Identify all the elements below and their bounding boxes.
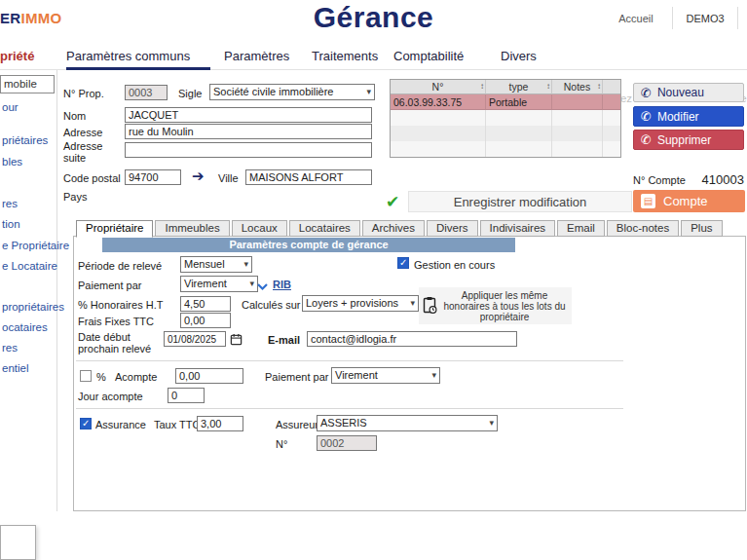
sidebar-search-box[interactable]: mobile (0, 75, 55, 93)
honoraires-field[interactable]: 4,50 (180, 296, 231, 312)
num-prop-field: 0003 (125, 85, 168, 100)
phone-row-empty (391, 110, 620, 126)
column-header-spacer (603, 80, 620, 94)
tab-parametres-communs[interactable]: Paramètres communs (66, 49, 190, 63)
paiement-select[interactable]: Virement (180, 276, 258, 292)
tab-traitements[interactable]: Traitements (312, 49, 378, 63)
periode-select[interactable]: Mensuel (180, 256, 252, 273)
tab-archives[interactable]: Archives (362, 220, 425, 237)
adresse-suite-field[interactable] (125, 142, 372, 158)
sidebar-item-compte-locataire[interactable]: e Locataire (2, 260, 57, 272)
chevron-down-icon[interactable] (256, 278, 269, 295)
tab-proprietaire[interactable]: Propriétaire (76, 220, 153, 238)
police-num-field: 0002 (317, 435, 377, 451)
taux-label: Taux TTC (154, 419, 200, 430)
tab-propriete[interactable]: priété (0, 49, 34, 63)
gestion-checkbox[interactable] (397, 257, 409, 269)
phone-number-cell: 06.03.99.33.75 (391, 94, 486, 109)
sidebar-item-locataires[interactable]: res (2, 198, 18, 209)
phone-type-cell: Portable (486, 94, 552, 109)
phone-row-selected[interactable]: 06.03.99.33.75 Portable (391, 94, 620, 110)
tab-immeubles[interactable]: Immeubles (155, 220, 229, 237)
tab-comptabilite[interactable]: Comptabilité (393, 49, 464, 63)
phone-icon: ✆ (641, 87, 652, 99)
detail-tabs: Propriétaire Immeubles Locaux Locataires… (76, 220, 723, 238)
sidebar-item-gestion[interactable]: tion (2, 218, 20, 230)
sidebar-item-locataires-2[interactable]: ocataires (2, 321, 48, 333)
rib-link[interactable]: RIB (273, 279, 291, 290)
compte-label: Compte (663, 194, 708, 208)
saved-check-icon: ✔ (386, 192, 399, 212)
sort-icon: ↕ (480, 82, 484, 91)
account-card-icon: ▤ (641, 194, 655, 208)
sigle-select[interactable]: Société civile immobilière (209, 84, 375, 100)
main-menu-bar: priété Paramètres communs Paramètres Tra… (0, 41, 747, 70)
header-divider (672, 7, 673, 29)
new-phone-button[interactable]: ✆ Nouveau (633, 83, 744, 102)
arrow-right-icon: ➔ (192, 168, 205, 183)
code-postal-label: Code postal (63, 172, 121, 184)
frais-label: Frais Fixes TTC (78, 316, 154, 327)
jour-acompte-field[interactable]: 0 (168, 388, 205, 403)
jour-acompte-label: Jour acompte (78, 391, 143, 402)
assureur-select[interactable]: ASSERIS (317, 415, 498, 431)
sidebar-item-retour[interactable]: our (2, 101, 19, 113)
section-header: Paramètres compte de gérance (102, 238, 515, 252)
user-menu[interactable]: DEMO3 (674, 13, 736, 24)
cutoff-panel (0, 525, 36, 560)
delete-phone-label: Supprimer (657, 133, 711, 147)
assurance-checkbox[interactable] (80, 418, 92, 429)
nom-field[interactable]: JACQUET (125, 107, 372, 123)
edit-phone-button[interactable]: ✆ Modifier (633, 106, 744, 127)
new-phone-label: Nouveau (657, 86, 704, 99)
frais-field[interactable]: 0,00 (180, 313, 231, 328)
column-header-label: N° (432, 81, 444, 93)
home-link[interactable]: Accueil (602, 13, 670, 24)
edit-phone-label: Modifier (657, 110, 699, 124)
sidebar-item-referentiel[interactable]: entiel (2, 362, 29, 374)
sidebar-item-compte-proprietaire[interactable]: e Propriétaire (2, 240, 69, 251)
clipboard-icon (423, 296, 437, 317)
tab-bloc-notes[interactable]: Bloc-notes (607, 220, 679, 237)
paiement2-select[interactable]: Virement (331, 367, 440, 384)
gestion-label: Gestion en cours (414, 259, 495, 271)
delete-phone-button[interactable]: ✆ Supprimer (633, 130, 744, 150)
tab-divers-detail[interactable]: Divers (427, 220, 478, 237)
taux-field[interactable]: 3,00 (197, 416, 243, 431)
header-divider (737, 7, 738, 29)
code-postal-field[interactable]: 94700 (125, 169, 181, 185)
compte-button[interactable]: ▤ Compte (633, 190, 745, 212)
calcules-select[interactable]: Loyers + provisions (302, 295, 419, 312)
tab-indivisaires[interactable]: Indivisaires (480, 220, 556, 237)
sidebar-item-proprietaires[interactable]: priétaires (2, 134, 48, 146)
sidebar-item-immeubles[interactable]: bles (2, 156, 22, 168)
adresse-field[interactable]: rue du Moulin (125, 124, 372, 139)
acompte-field[interactable]: 0,00 (175, 368, 243, 384)
calcules-label: Calculés sur (242, 299, 301, 311)
assureur-label: Assureur (276, 419, 318, 430)
column-header-type[interactable]: type↕ (486, 80, 552, 94)
column-header-numero[interactable]: N°↕ (391, 80, 486, 94)
acompte-pct-checkbox[interactable] (80, 370, 92, 382)
ville-field[interactable]: MAISONS ALFORT (245, 169, 372, 185)
sidebar-item-coproprietaires[interactable]: propriétaires (2, 301, 64, 313)
tab-parametres[interactable]: Paramètres (224, 49, 289, 63)
email-label: E-mail (268, 334, 300, 346)
sigle-label: Sigle (178, 88, 202, 99)
tab-divers[interactable]: Divers (501, 49, 537, 63)
column-header-label: type (509, 81, 529, 93)
sidebar-item-autres[interactable]: res (2, 342, 18, 354)
phone-icon: ✆ (641, 133, 652, 146)
tab-locaux[interactable]: Locaux (232, 220, 287, 237)
phone-table: N°↕ type↕ Notes↕ 06.03.99.33.75 Portable (390, 79, 621, 158)
tab-email[interactable]: Email (557, 220, 605, 237)
tab-plus[interactable]: Plus (681, 220, 722, 237)
column-header-notes[interactable]: Notes↕ (552, 80, 603, 94)
divider (76, 408, 623, 409)
date-debut-field[interactable]: 01/08/2025 (164, 331, 226, 347)
calendar-icon[interactable] (230, 332, 243, 350)
email-field[interactable]: contact@idlogia.fr (307, 331, 517, 347)
apply-honoraires-button[interactable]: Appliquer les même honoraires à tous les… (419, 287, 572, 324)
tab-locataires[interactable]: Locataires (289, 220, 360, 237)
save-modification-button[interactable]: Enregistrer modification (408, 191, 632, 212)
